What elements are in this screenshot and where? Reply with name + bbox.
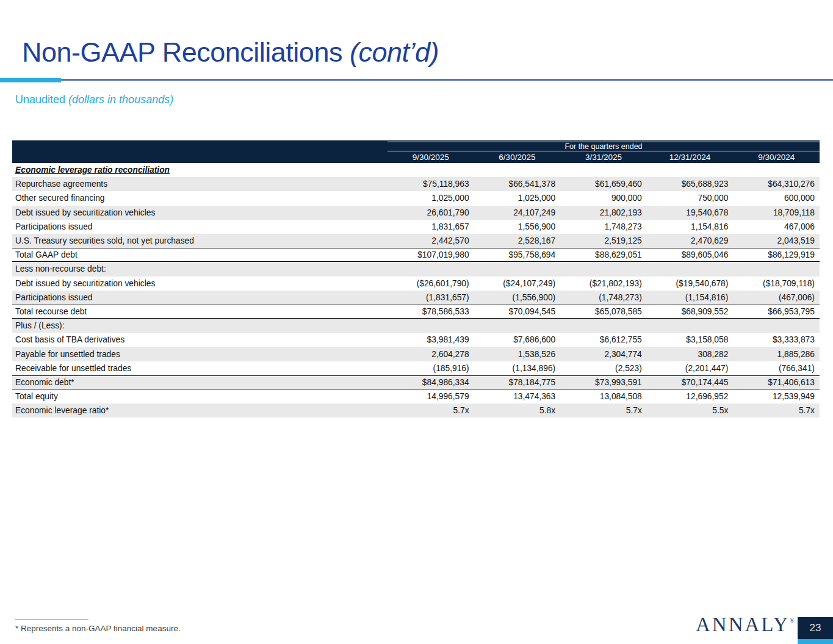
cell-value: (467,006) (733, 293, 820, 302)
table-header-spacer (12, 140, 388, 163)
annaly-logo-text: ANNALY (696, 613, 790, 635)
subtitle-unaudited: Unaudited (15, 93, 68, 106)
page-number: 23 (810, 622, 821, 634)
cell-value: $68,909,552 (647, 307, 734, 316)
table-row: Total GAAP debt$107,019,980$95,758,694$8… (12, 248, 820, 262)
column-header: 12/31/2024 (647, 153, 734, 162)
cell-value: $71,406,613 (733, 378, 820, 387)
table-row: Economic debt*$84,986,334$78,184,775$73,… (12, 375, 820, 389)
row-label: Cost basis of TBA derivatives (12, 335, 388, 344)
cell-value: $107,019,980 (388, 250, 474, 259)
cell-value: 600,000 (733, 194, 820, 203)
table-row: Receivable for unsettled trades(185,916)… (12, 361, 820, 375)
table-row: Debt issued by securitization vehicles26… (12, 206, 820, 220)
cell-value: (1,556,900) (474, 293, 561, 302)
row-label: Debt issued by securitization vehicles (12, 279, 388, 288)
title-divider (0, 78, 833, 82)
table-row: Economic leverage ratio*5.7x5.8x5.7x5.5x… (12, 403, 820, 418)
title-divider-line (0, 79, 833, 81)
table-row: Other secured financing1,025,0001,025,00… (12, 191, 820, 205)
subtitle-units: (dollars in thousands) (68, 93, 173, 106)
cell-value: 2,442,570 (388, 236, 474, 245)
page-number-badge: 23 (798, 617, 833, 639)
cell-value: ($18,709,118) (733, 279, 820, 288)
table-row: Less non-recourse debt: (12, 262, 820, 276)
cell-value: (766,341) (733, 364, 820, 373)
cell-value: 1,025,000 (388, 194, 474, 203)
page-title-text: Non-GAAP Reconciliations (22, 37, 350, 68)
cell-value: 24,107,249 (474, 208, 561, 217)
cell-value: $3,158,058 (647, 335, 734, 344)
row-label: U.S. Treasury securities sold, not yet p… (12, 236, 388, 245)
row-label: Total recourse debt (12, 307, 388, 316)
cell-value: $70,094,545 (474, 307, 561, 316)
cell-value: 5.7x (733, 406, 820, 415)
row-label: Payable for unsettled trades (12, 350, 388, 359)
table-row: Total recourse debt$78,586,533$70,094,54… (12, 305, 820, 319)
cell-value: 12,539,949 (733, 392, 820, 401)
cell-value: ($24,107,249) (474, 279, 561, 288)
table-row: Plus / (Less): (12, 319, 820, 333)
table-row: Participations issued(1,831,657)(1,556,9… (12, 291, 820, 305)
cell-value: 2,604,278 (388, 350, 474, 359)
footnote-divider (15, 620, 88, 620)
cell-value: (1,134,896) (474, 364, 561, 373)
cell-value: $65,078,585 (560, 307, 647, 316)
cell-value: $66,541,378 (474, 179, 561, 189)
table-header-columns: For the quarters ended 9/30/20256/30/202… (388, 140, 820, 163)
registered-mark-icon: ® (790, 617, 795, 624)
cell-value: 2,304,774 (560, 350, 647, 359)
cell-value: 12,696,952 (647, 392, 734, 401)
table-row: U.S. Treasury securities sold, not yet p… (12, 234, 820, 248)
cell-value: 13,474,363 (474, 392, 561, 401)
cell-value: 1,025,000 (474, 194, 561, 203)
cell-value: 2,528,167 (474, 236, 561, 245)
table-row: Debt issued by securitization vehicles($… (12, 277, 820, 291)
cell-value: $86,129,919 (733, 250, 820, 259)
column-header: 9/30/2025 (388, 153, 474, 162)
annaly-logo: ANNALY® (696, 613, 787, 636)
quarters-ended-header: For the quarters ended (388, 142, 820, 151)
cell-value: $75,118,963 (388, 179, 474, 189)
cell-value: 2,519,125 (560, 236, 647, 245)
subtitle: Unaudited (dollars in thousands) (15, 93, 173, 106)
column-header-row: 9/30/20256/30/20253/31/202512/31/20249/3… (388, 151, 820, 163)
row-label: Repurchase agreements (12, 179, 388, 189)
cell-value: 1,538,526 (474, 350, 561, 359)
cell-value: 1,154,816 (647, 222, 734, 231)
cell-value: 26,601,790 (388, 208, 474, 217)
cell-value: $61,659,460 (560, 179, 647, 189)
cell-value: 5.7x (560, 406, 647, 415)
column-header: 3/31/2025 (560, 153, 647, 162)
table-body: Economic leverage ratio reconciliationRe… (12, 163, 820, 418)
row-label: Participations issued (12, 293, 388, 302)
table-row: Participations issued1,831,6571,556,9001… (12, 220, 820, 234)
row-label: Participations issued (12, 222, 388, 231)
cell-value: $66,953,795 (733, 307, 820, 316)
table-row: Repurchase agreements$75,118,963$66,541,… (12, 177, 820, 191)
cell-value: 2,470,629 (647, 236, 734, 245)
cell-value: $88,629,051 (560, 250, 647, 259)
cell-value: 750,000 (647, 194, 734, 203)
table-row: Economic leverage ratio reconciliation (12, 163, 820, 177)
row-label: Plus / (Less): (12, 321, 388, 330)
row-label: Receivable for unsettled trades (12, 364, 388, 373)
cell-value: $70,174,445 (647, 378, 734, 387)
cell-value: (2,523) (560, 364, 647, 373)
cell-value: $7,686,600 (474, 335, 561, 344)
cell-value: 1,885,286 (733, 350, 820, 359)
column-header: 6/30/2025 (474, 153, 561, 162)
cell-value: 19,540,678 (647, 208, 734, 217)
cell-value: 1,556,900 (474, 222, 561, 231)
cell-value: 900,000 (560, 194, 647, 203)
row-label: Total GAAP debt (12, 250, 388, 259)
cell-value: 5.5x (647, 406, 734, 415)
page-number-accent-strip (798, 639, 833, 644)
footnote: * Represents a non-GAAP financial measur… (15, 624, 181, 633)
page-title: Non-GAAP Reconciliations (cont’d) (22, 37, 439, 68)
cell-value: $3,981,439 (388, 335, 474, 344)
table-row: Payable for unsettled trades2,604,2781,5… (12, 347, 820, 361)
page-title-contd: (cont’d) (350, 37, 439, 68)
table-row: Total equity14,996,57913,474,36313,084,5… (12, 389, 820, 403)
title-divider-accent (0, 78, 61, 82)
